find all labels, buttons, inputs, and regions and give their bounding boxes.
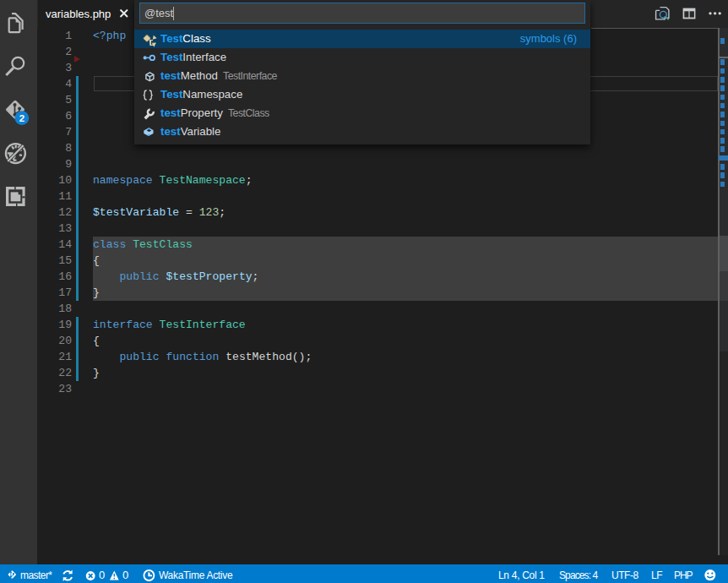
svg-text:2: 2 [19,113,24,123]
